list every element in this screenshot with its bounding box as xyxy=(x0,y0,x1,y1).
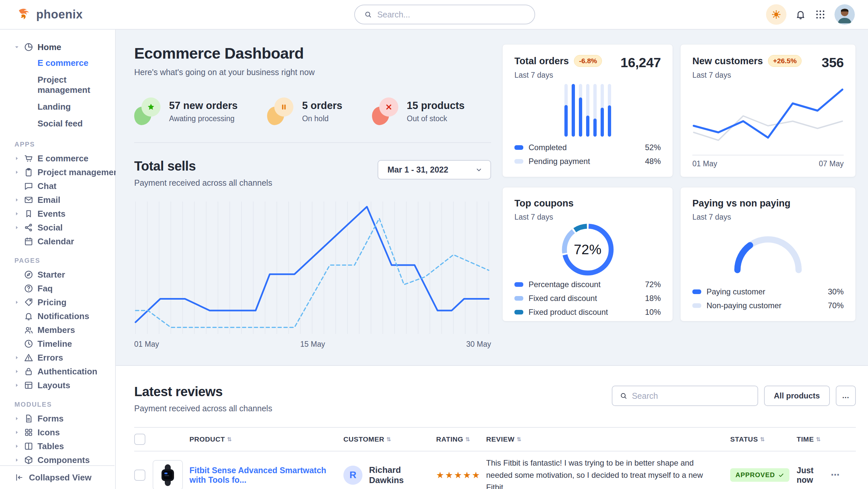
sidebar-item-members[interactable]: Members xyxy=(14,323,105,337)
quick-stats: 57 new orders Awating processing 5 order… xyxy=(134,97,491,125)
review-table-row: Fitbit Sense Advanced Smartwatch with To… xyxy=(134,452,856,489)
reviews-subtitle: Payment received across all channels xyxy=(134,404,272,413)
sidebar-section-label: MODULES xyxy=(14,401,105,408)
total-sells-x-axis: 01 May 15 May 30 May xyxy=(134,340,491,349)
dashboard-hero: Ecommerce Dashboard Here's what's going … xyxy=(116,30,868,366)
date-range-select[interactable]: Mar 1 - 31, 2022 xyxy=(378,160,491,179)
status-badge: APPROVED xyxy=(730,468,789,482)
collapsed-view-toggle[interactable]: Collapsed View xyxy=(0,465,115,489)
product-image[interactable] xyxy=(153,460,183,489)
rating-stars: ★★★★★ xyxy=(436,470,486,481)
pie-chart-icon xyxy=(24,42,34,52)
calendar-icon xyxy=(24,236,34,246)
sun-icon xyxy=(771,9,781,20)
total-sells-chart xyxy=(134,200,490,335)
total-sells-subtitle: Payment received across all channels xyxy=(134,178,272,188)
help-icon xyxy=(24,284,34,293)
sidebar-item-events[interactable]: Events xyxy=(14,207,105,221)
sidebar-item-pricing[interactable]: Pricing xyxy=(14,295,105,309)
sidebar-subitem-ecommerce[interactable]: E commerce xyxy=(14,55,105,71)
sidebar-subitem-social-feed[interactable]: Social feed xyxy=(14,115,105,132)
check-icon xyxy=(778,472,784,478)
reviews-table-header: PRODUCT⇅ CUSTOMER⇅ RATING⇅ REVIEW⇅ STATU… xyxy=(134,427,856,452)
theme-toggle-button[interactable] xyxy=(766,4,786,25)
global-search-input[interactable] xyxy=(377,10,525,20)
search-icon xyxy=(364,10,372,19)
sidebar-item-chat[interactable]: Chat xyxy=(14,179,105,193)
total-orders-bar-chart xyxy=(564,84,611,137)
column-header-status[interactable]: STATUS⇅ xyxy=(730,435,797,443)
all-products-button[interactable]: All products xyxy=(764,385,830,406)
sidebar-item-forms[interactable]: Forms xyxy=(14,412,105,426)
select-all-checkbox[interactable] xyxy=(134,434,145,445)
card-top-coupons: Top coupons Last 7 days 72% Percentage d… xyxy=(502,187,673,321)
global-search[interactable] xyxy=(354,5,535,24)
caret-right-icon xyxy=(14,429,20,435)
brand-logo[interactable]: phoenix xyxy=(17,7,116,22)
kpi-cards: Total orders -6.8% Last 7 days 16,247 Co… xyxy=(502,44,856,349)
brand-name: phoenix xyxy=(36,7,83,21)
search-icon xyxy=(620,392,627,400)
user-avatar[interactable] xyxy=(834,4,855,25)
product-link[interactable]: Fitbit Sense Advanced Smartwatch with To… xyxy=(189,466,343,485)
caret-right-icon xyxy=(14,415,20,422)
sidebar-item-icons[interactable]: Icons xyxy=(14,426,105,439)
chevron-down-icon xyxy=(475,166,483,174)
legend-item: Pending payment 48% xyxy=(515,154,661,168)
sidebar-item-components[interactable]: Components xyxy=(14,453,105,467)
sidebar-item-errors[interactable]: Errors xyxy=(14,351,105,365)
cart-icon xyxy=(24,153,34,163)
sort-icon: ⇅ xyxy=(760,436,765,443)
row-more-button[interactable]: ⋯ xyxy=(831,470,840,480)
sidebar-item-timeline[interactable]: Timeline xyxy=(14,337,105,351)
sidebar-item-email[interactable]: Email xyxy=(14,193,105,207)
sidebar-item-starter[interactable]: Starter xyxy=(14,268,105,282)
sidebar-item-tables[interactable]: Tables xyxy=(14,439,105,453)
card-total-orders: Total orders -6.8% Last 7 days 16,247 Co… xyxy=(502,44,673,177)
caret-right-icon xyxy=(14,169,20,175)
caret-down-icon xyxy=(14,44,20,50)
sidebar-item-social[interactable]: Social xyxy=(14,221,105,234)
reviews-search[interactable] xyxy=(612,385,758,406)
phoenix-logo-icon xyxy=(17,7,32,22)
column-header-time[interactable]: TIME⇅ xyxy=(797,435,831,443)
legend-item: Percentage discount 72% xyxy=(515,278,661,291)
sidebar-item-home[interactable]: Home xyxy=(14,39,105,55)
column-header-product[interactable]: PRODUCT⇅ xyxy=(189,435,343,443)
people-icon xyxy=(24,325,34,335)
reviews-search-input[interactable] xyxy=(632,391,750,401)
grid4-icon xyxy=(24,427,34,437)
sort-icon: ⇅ xyxy=(227,436,232,443)
main-content: Ecommerce Dashboard Here's what's going … xyxy=(116,30,868,489)
sidebar-subitem-project-management[interactable]: Project management xyxy=(14,71,105,98)
row-checkbox[interactable] xyxy=(134,469,145,481)
apps-grid-button[interactable] xyxy=(815,9,826,20)
x-icon xyxy=(384,103,393,111)
page-title: Ecommerce Dashboard xyxy=(134,44,491,62)
sidebar-item-layouts[interactable]: Layouts xyxy=(14,378,105,392)
sidebar-item-calendar[interactable]: Calendar xyxy=(14,234,105,248)
sidebar-item-e-commerce[interactable]: E commerce xyxy=(14,151,105,165)
card-paying-vs-nonpaying: Paying vs non paying Last 7 days Paying … xyxy=(680,187,856,321)
layout-icon xyxy=(24,380,34,390)
sidebar-item-faq[interactable]: Faq xyxy=(14,282,105,295)
delta-badge: +26.5% xyxy=(768,55,802,67)
caret-right-icon xyxy=(14,457,20,463)
notifications-bell-button[interactable] xyxy=(795,9,806,20)
sidebar-item-project-management[interactable]: Project management xyxy=(14,165,105,179)
sidebar-item-notifications[interactable]: Notifications xyxy=(14,309,105,323)
donut-center-value: 72% xyxy=(560,222,616,278)
tag-icon xyxy=(24,297,34,307)
caret-right-icon xyxy=(14,369,20,374)
sidebar-item-authentication[interactable]: Authentication xyxy=(14,365,105,378)
column-header-customer[interactable]: CUSTOMER⇅ xyxy=(343,435,436,443)
customer-name: Richard Dawkins xyxy=(369,465,436,485)
more-options-button[interactable]: ... xyxy=(836,385,856,406)
sidebar-subitem-landing[interactable]: Landing xyxy=(14,98,105,115)
customer-avatar: R xyxy=(343,466,363,485)
column-header-review[interactable]: REVIEW⇅ xyxy=(486,435,730,443)
column-header-rating[interactable]: RATING⇅ xyxy=(436,435,486,443)
chat-icon xyxy=(24,181,34,191)
total-orders-value: 16,247 xyxy=(621,55,661,70)
sidebar-section-label: APPS xyxy=(14,141,105,148)
